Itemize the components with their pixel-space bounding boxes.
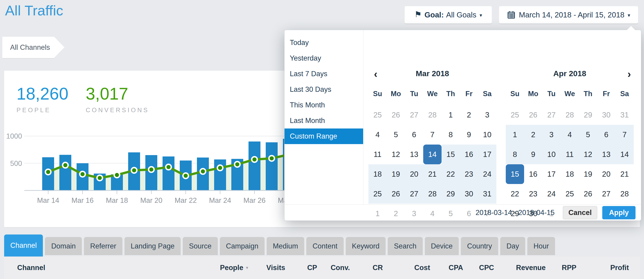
day-cell[interactable]: 4 bbox=[560, 125, 579, 145]
column-header-cr[interactable]: CR bbox=[350, 264, 383, 272]
day-cell[interactable]: 21 bbox=[423, 164, 442, 184]
tab-country[interactable]: Country bbox=[461, 237, 498, 255]
day-cell[interactable]: 25 bbox=[560, 184, 579, 204]
tab-content[interactable]: Content bbox=[306, 237, 344, 255]
breadcrumb[interactable]: All Channels bbox=[2, 37, 54, 58]
day-cell[interactable]: 2 bbox=[460, 105, 478, 125]
day-cell[interactable]: 16 bbox=[460, 145, 478, 164]
column-header-profit[interactable]: Profit bbox=[576, 264, 629, 272]
day-cell[interactable]: 28 bbox=[615, 184, 634, 204]
day-cell[interactable]: 13 bbox=[597, 145, 616, 164]
preset-last-month[interactable]: Last Month bbox=[284, 113, 363, 128]
day-cell[interactable]: 13 bbox=[405, 145, 423, 164]
column-header-cost[interactable]: Cost bbox=[383, 264, 430, 272]
day-cell[interactable]: 17 bbox=[478, 145, 496, 164]
preset-last-7-days[interactable]: Last 7 Days bbox=[284, 66, 363, 82]
day-cell[interactable]: 27 bbox=[542, 105, 560, 125]
day-cell[interactable]: 29 bbox=[579, 105, 597, 125]
day-cell[interactable]: 10 bbox=[542, 145, 560, 164]
day-cell[interactable]: 26 bbox=[524, 105, 542, 125]
column-header-rpp[interactable]: RPP bbox=[546, 264, 576, 272]
day-cell[interactable]: 18 bbox=[560, 164, 579, 184]
column-header-people[interactable]: People▼ bbox=[180, 264, 249, 272]
tab-device[interactable]: Device bbox=[425, 237, 459, 255]
day-cell[interactable]: 21 bbox=[615, 164, 634, 184]
day-cell[interactable]: 14 bbox=[615, 145, 634, 164]
day-cell[interactable]: 26 bbox=[387, 184, 405, 204]
day-cell[interactable]: 31 bbox=[478, 184, 496, 204]
day-cell[interactable]: 10 bbox=[478, 125, 496, 145]
cancel-button[interactable]: Cancel bbox=[563, 206, 597, 219]
day-cell[interactable]: 30 bbox=[597, 105, 616, 125]
day-cell[interactable]: 23 bbox=[460, 164, 478, 184]
tab-campaign[interactable]: Campaign bbox=[220, 237, 264, 255]
day-cell[interactable]: 24 bbox=[478, 164, 496, 184]
day-cell[interactable]: 22 bbox=[506, 184, 524, 204]
tab-source[interactable]: Source bbox=[183, 237, 218, 255]
tab-medium[interactable]: Medium bbox=[267, 237, 304, 255]
day-cell[interactable]: 17 bbox=[542, 164, 560, 184]
day-cell[interactable]: 26 bbox=[579, 184, 597, 204]
column-header-visits[interactable]: Visits bbox=[249, 264, 285, 272]
day-cell[interactable]: 3 bbox=[478, 105, 496, 125]
day-cell[interactable]: 2 bbox=[524, 125, 542, 145]
tab-hour[interactable]: Hour bbox=[527, 237, 555, 255]
column-header-cpa[interactable]: CPA bbox=[430, 264, 463, 272]
day-cell[interactable]: 25 bbox=[368, 184, 387, 204]
column-header-cpc[interactable]: CPC bbox=[463, 264, 494, 272]
day-cell[interactable]: 9 bbox=[460, 125, 478, 145]
day-cell[interactable]: 28 bbox=[560, 105, 579, 125]
day-cell[interactable]: 11 bbox=[560, 145, 579, 164]
column-header-conv-[interactable]: Conv. bbox=[317, 264, 350, 272]
day-cell[interactable]: 14 bbox=[423, 145, 442, 164]
day-cell[interactable]: 20 bbox=[405, 164, 423, 184]
day-cell[interactable]: 1 bbox=[442, 105, 460, 125]
tab-referrer[interactable]: Referrer bbox=[84, 237, 122, 255]
tab-search[interactable]: Search bbox=[388, 237, 422, 255]
day-cell[interactable]: 24 bbox=[542, 184, 560, 204]
tab-keyword[interactable]: Keyword bbox=[346, 237, 386, 255]
tab-landing-page[interactable]: Landing Page bbox=[124, 237, 181, 255]
tab-domain[interactable]: Domain bbox=[45, 237, 82, 255]
preset-today[interactable]: Today bbox=[284, 35, 363, 51]
day-cell[interactable]: 8 bbox=[506, 145, 524, 164]
day-cell[interactable]: 8 bbox=[442, 125, 460, 145]
day-cell[interactable]: 6 bbox=[405, 125, 423, 145]
goal-selector-button[interactable]: ⚑ Goal: All Goals ▾ bbox=[405, 6, 492, 24]
day-cell[interactable]: 22 bbox=[442, 164, 460, 184]
day-cell[interactable]: 4 bbox=[368, 125, 387, 145]
day-cell[interactable]: 19 bbox=[579, 164, 597, 184]
preset-yesterday[interactable]: Yesterday bbox=[284, 51, 363, 66]
day-cell[interactable]: 6 bbox=[597, 125, 616, 145]
day-cell[interactable]: 3 bbox=[542, 125, 560, 145]
day-cell[interactable]: 19 bbox=[387, 164, 405, 184]
day-cell[interactable]: 27 bbox=[405, 105, 423, 125]
day-cell[interactable]: 7 bbox=[615, 125, 634, 145]
day-cell[interactable]: 9 bbox=[524, 145, 542, 164]
day-cell[interactable]: 30 bbox=[460, 184, 478, 204]
apply-button[interactable]: Apply bbox=[602, 206, 636, 219]
preset-last-30-days[interactable]: Last 30 Days bbox=[284, 82, 363, 97]
day-cell[interactable]: 31 bbox=[615, 105, 634, 125]
day-cell[interactable]: 27 bbox=[597, 184, 616, 204]
column-header-revenue[interactable]: Revenue bbox=[494, 264, 546, 272]
day-cell[interactable]: 12 bbox=[387, 145, 405, 164]
day-cell[interactable]: 5 bbox=[579, 125, 597, 145]
tab-day[interactable]: Day bbox=[500, 237, 525, 255]
day-cell[interactable]: 28 bbox=[423, 184, 442, 204]
day-cell[interactable]: 11 bbox=[368, 145, 387, 164]
day-cell[interactable]: 25 bbox=[506, 105, 524, 125]
tab-channel[interactable]: Channel bbox=[4, 234, 43, 256]
day-cell[interactable]: 25 bbox=[368, 105, 387, 125]
day-cell[interactable]: 15 bbox=[442, 145, 460, 164]
day-cell[interactable]: 23 bbox=[524, 184, 542, 204]
date-range-button[interactable]: March 14, 2018 - April 15, 2018 ▾ bbox=[499, 6, 638, 24]
day-cell[interactable]: 15 bbox=[506, 164, 524, 184]
day-cell[interactable]: 28 bbox=[423, 105, 442, 125]
day-cell[interactable]: 26 bbox=[387, 105, 405, 125]
day-cell[interactable]: 20 bbox=[597, 164, 616, 184]
day-cell[interactable]: 5 bbox=[387, 125, 405, 145]
day-cell[interactable]: 12 bbox=[579, 145, 597, 164]
preset-custom-range[interactable]: Custom Range bbox=[284, 128, 363, 144]
day-cell[interactable]: 1 bbox=[506, 125, 524, 145]
